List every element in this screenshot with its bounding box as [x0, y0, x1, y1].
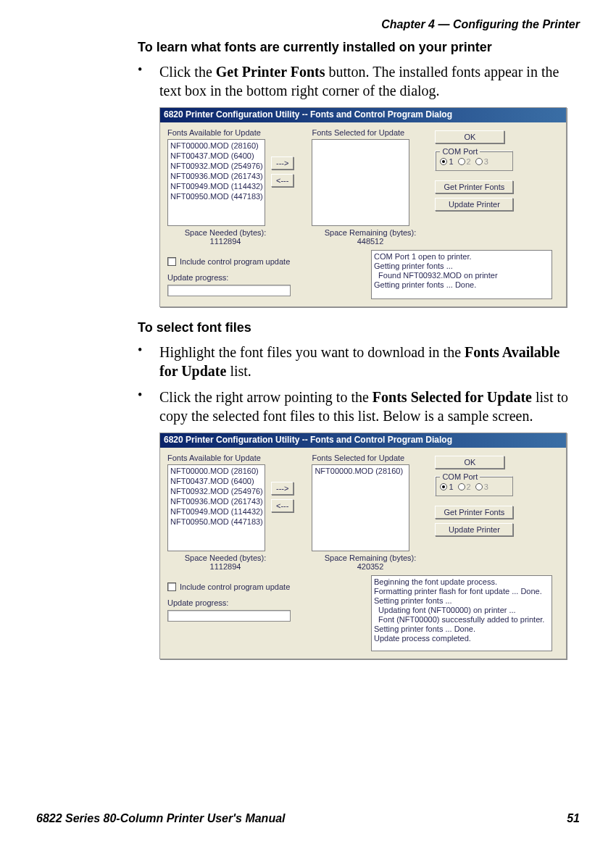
fonts-selected-list[interactable]: NFT00000.MOD (28160)	[312, 464, 409, 551]
fonts-selected-label: Fonts Selected for Update	[312, 128, 413, 137]
text: Click the	[159, 64, 216, 80]
update-progress-label: Update progress:	[167, 598, 352, 607]
radio-label: 1	[449, 157, 453, 166]
com-port-2[interactable]: 2	[458, 482, 471, 491]
include-control-checkbox[interactable]	[167, 257, 176, 266]
com-port-2[interactable]: 2	[458, 157, 471, 166]
fonts-available-list[interactable]: NFT00000.MOD (28160) NFT00437.MOD (6400)…	[167, 464, 265, 551]
com-port-1[interactable]: 1	[440, 482, 453, 491]
fonts-available-label: Fonts Available for Update	[167, 454, 269, 462]
move-right-button[interactable]: --->	[271, 156, 294, 170]
bold-text: Get Printer Fonts	[216, 64, 325, 80]
chapter-header: Chapter 4 — Configuring the Printer	[381, 18, 580, 31]
ok-button[interactable]: OK	[435, 456, 504, 469]
space-remaining-label: Space Remaining (bytes):	[312, 228, 428, 237]
radio-label: 3	[484, 482, 488, 491]
bullet-icon: •	[138, 62, 159, 100]
com-port-group: COM Port 1 2 3	[435, 476, 513, 496]
section1-heading: To learn what fonts are currently instal…	[138, 40, 580, 55]
dialog-screenshot-1: 6820 Printer Configuration Utility -- Fo…	[159, 107, 567, 307]
update-progress-label: Update progress:	[167, 273, 352, 282]
space-remaining-value: 448512	[312, 237, 428, 246]
space-needed-value: 1112894	[167, 237, 283, 246]
update-progress-bar	[167, 610, 291, 622]
section2-bullet1: Highlight the font files you want to dow…	[159, 343, 580, 380]
update-printer-button[interactable]: Update Printer	[435, 198, 513, 211]
section2-heading: To select font files	[138, 320, 580, 335]
radio-label: 3	[484, 157, 488, 166]
get-printer-fonts-button[interactable]: Get Printer Fonts	[435, 180, 513, 193]
dialog-screenshot-2: 6820 Printer Configuration Utility -- Fo…	[159, 433, 567, 659]
update-printer-button[interactable]: Update Printer	[435, 523, 513, 536]
com-port-1[interactable]: 1	[440, 157, 453, 166]
com-port-group: COM Port 1 2 3	[435, 151, 513, 171]
space-needed-label: Space Needed (bytes):	[167, 228, 283, 237]
com-port-label: COM Port	[440, 472, 480, 481]
move-right-button[interactable]: --->	[271, 482, 294, 495]
footer-manual: 6822 Series 80-Column Printer User's Man…	[36, 812, 286, 825]
space-needed-value: 1112894	[167, 562, 283, 571]
text: list.	[226, 363, 251, 379]
status-textbox: COM Port 1 open to printer. Getting prin…	[371, 250, 552, 299]
text: Highlight the font files you want to dow…	[159, 344, 465, 360]
fonts-available-label: Fonts Available for Update	[167, 128, 269, 137]
bold-text: Fonts Selected for Update	[372, 389, 532, 405]
dialog-titlebar: 6820 Printer Configuration Utility -- Fo…	[160, 108, 566, 122]
dialog-titlebar: 6820 Printer Configuration Utility -- Fo…	[160, 433, 566, 448]
bullet-icon: •	[138, 343, 159, 380]
move-left-button[interactable]: <---	[271, 499, 294, 512]
space-remaining-value: 420352	[312, 562, 428, 571]
com-port-label: COM Port	[440, 147, 480, 156]
update-progress-bar	[167, 285, 291, 296]
radio-label: 2	[467, 157, 471, 166]
com-port-3[interactable]: 3	[475, 482, 488, 491]
fonts-selected-label: Fonts Selected for Update	[312, 454, 413, 462]
include-control-label: Include control program update	[180, 257, 290, 266]
bullet-icon: •	[138, 388, 159, 425]
get-printer-fonts-button[interactable]: Get Printer Fonts	[435, 506, 513, 519]
text: Click the right arrow pointing to the	[159, 389, 372, 405]
fonts-available-list[interactable]: NFT00000.MOD (28160) NFT00437.MOD (6400)…	[167, 139, 265, 226]
radio-label: 2	[467, 482, 471, 491]
space-needed-label: Space Needed (bytes):	[167, 553, 283, 562]
status-textbox: Beginning the font update process. Forma…	[371, 575, 552, 651]
ok-button[interactable]: OK	[435, 130, 504, 143]
space-remaining-label: Space Remaining (bytes):	[312, 553, 428, 562]
fonts-selected-list[interactable]	[312, 139, 409, 226]
include-control-checkbox[interactable]	[167, 582, 176, 591]
include-control-label: Include control program update	[180, 582, 290, 591]
move-left-button[interactable]: <---	[271, 174, 294, 187]
section2-bullet2: Click the right arrow pointing to the Fo…	[159, 388, 580, 425]
section1-bullet1: Click the Get Printer Fonts button. The …	[159, 62, 580, 100]
footer-page: 51	[567, 812, 580, 825]
com-port-3[interactable]: 3	[475, 157, 488, 166]
radio-label: 1	[449, 482, 453, 491]
